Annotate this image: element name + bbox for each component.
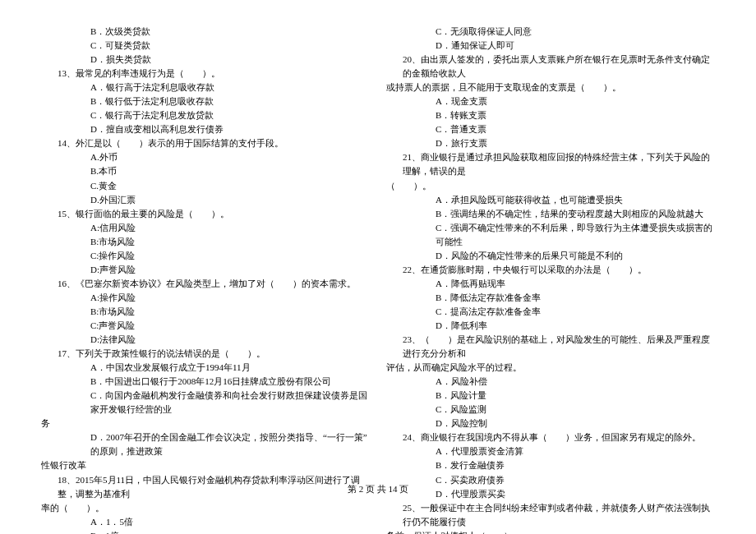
text-line: 率的（ ）。 <box>41 501 370 515</box>
text-line: C．可疑类贷款 <box>41 39 370 53</box>
text-line: D．代理股票买卖 <box>386 487 715 501</box>
text-line: C．向国内金融机构发行金融债券和向社会发行财政担保建设债券是国家开发银行经营的业 <box>41 389 370 417</box>
text-line: B:市场风险 <box>41 235 370 249</box>
text-line: 评估，从而确定风险水平的过程。 <box>386 361 715 375</box>
text-line: 16、《巴塞尔新资本协议》在风险类型上，增加了对（ ）的资本需求。 <box>41 277 370 291</box>
text-line: D．风险的不确定性带来的后果只可能是不利的 <box>386 249 715 263</box>
text-line: C．提高法定存款准备金率 <box>386 305 715 319</box>
text-line: 21、商业银行是通过承担风险获取相应回报的特殊经营主体，下列关于风险的理解，错误… <box>386 150 715 178</box>
text-line: 性银行改革 <box>41 458 370 472</box>
text-line: 14、外汇是以（ ）表示的用于国际结算的支付手段。 <box>41 136 370 150</box>
text-line: C.黄金 <box>41 179 370 193</box>
text-line: （ ）。 <box>386 179 715 193</box>
text-line: 23、（ ）是在风险识别的基础上，对风险发生的可能性、后果及严重程度进行充分分析… <box>386 333 715 361</box>
text-line: B:市场风险 <box>41 305 370 319</box>
text-line: A．代理股票资金清算 <box>386 444 715 458</box>
text-line: D:法律风险 <box>41 333 370 347</box>
text-line: A．银行高于法定利息吸收存款 <box>41 81 370 94</box>
text-line: C．银行高于法定利息发放贷款 <box>41 108 370 122</box>
text-line: A．承担风险既可能获得收益，也可能遭受损失 <box>386 193 715 207</box>
text-line: 25、一般保证中在主合同纠纷未经审判或者仲裁，并就债务人财产依法强制执行仍不能履… <box>386 501 715 529</box>
text-line: B．发行金融债券 <box>386 458 715 472</box>
text-line: C．强调不确定性带来的不利后果，即导致行为主体遭受损失或损害的可能性 <box>386 221 715 249</box>
text-line: D．通知保证人即可 <box>386 39 715 53</box>
text-line: 务前，保证人对债权人（ ）。 <box>386 529 715 534</box>
text-line: D．擅自或变相以高利息发行债券 <box>41 122 370 136</box>
text-line: 务 <box>41 417 370 430</box>
text-line: A:操作风险 <box>41 291 370 305</box>
text-line: A．中国农业发展银行成立于1994年11月 <box>41 361 370 375</box>
text-line: A．风险补偿 <box>386 375 715 389</box>
text-line: D．风险控制 <box>386 417 715 430</box>
text-line: A．降低再贴现率 <box>386 277 715 291</box>
text-line: B．降低法定存款准备金率 <box>386 291 715 305</box>
text-line: B．强调结果的不确定性，结果的变动程度越大则相应的风险就越大 <box>386 207 715 221</box>
text-line: 24、商业银行在我国境内不得从事（ ）业务，但国家另有规定的除外。 <box>386 430 715 444</box>
text-line: D．2007年召开的全国金融工作会议决定，按照分类指导、“一行一策”的原则，推进… <box>41 430 370 458</box>
text-line: 15、银行面临的最主要的风险是（ ）。 <box>41 207 370 221</box>
text-line: A:信用风险 <box>41 221 370 235</box>
text-line: D.外国汇票 <box>41 193 370 207</box>
text-line: 或持票人的票据，且不能用于支取现金的支票是（ ）。 <box>386 81 715 94</box>
text-line: D．损失类贷款 <box>41 53 370 67</box>
text-line: A．1．5倍 <box>41 515 370 529</box>
left-column: B．次级类贷款C．可疑类贷款D．损失类贷款13、最常见的利率违规行为是（ ）。A… <box>33 25 378 468</box>
text-line: C．风险监测 <box>386 403 715 417</box>
text-line: C．无须取得保证人同意 <box>386 25 715 39</box>
text-line: D．降低利率 <box>386 319 715 333</box>
text-line: B．中国进出口银行于2008年12月16日挂牌成立股份有限公司 <box>41 375 370 389</box>
text-line: 18、2015年5月11日，中国人民银行对金融机构存贷款利率浮动区间进行了调整，… <box>41 473 370 501</box>
text-line: B．1倍 <box>41 529 370 534</box>
text-line: D:声誉风险 <box>41 263 370 277</box>
text-line: A．现金支票 <box>386 94 715 108</box>
text-line: B．转账支票 <box>386 108 715 122</box>
text-line: 13、最常见的利率违规行为是（ ）。 <box>41 67 370 81</box>
text-line: C:操作风险 <box>41 249 370 263</box>
text-line: B.本币 <box>41 164 370 178</box>
text-line: C:声誉风险 <box>41 319 370 333</box>
text-line: 17、下列关于政策性银行的说法错误的是（ ）。 <box>41 347 370 361</box>
text-line: 20、由出票人签发的，委托出票人支票账户所在银行在见票时无条件支付确定的金额给收… <box>386 53 715 81</box>
text-line: B．次级类贷款 <box>41 25 370 39</box>
page-content: B．次级类贷款C．可疑类贷款D．损失类贷款13、最常见的利率违规行为是（ ）。A… <box>0 0 756 476</box>
right-column: C．无须取得保证人同意D．通知保证人即可20、由出票人签发的，委托出票人支票账户… <box>378 25 723 468</box>
text-line: 22、在通货膨胀时期，中央银行可以采取的办法是（ ）。 <box>386 263 715 277</box>
text-line: C．普通支票 <box>386 122 715 136</box>
text-line: D．旅行支票 <box>386 136 715 150</box>
text-line: B．银行低于法定利息吸收存款 <box>41 94 370 108</box>
text-line: A.外币 <box>41 150 370 164</box>
text-line: C．买卖政府债券 <box>386 473 715 487</box>
text-line: B．风险计量 <box>386 389 715 403</box>
